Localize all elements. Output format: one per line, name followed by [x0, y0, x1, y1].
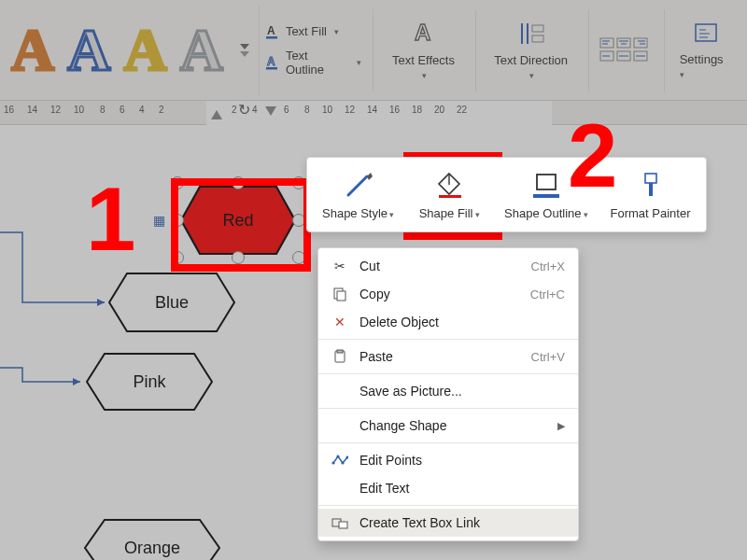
- selection-handle[interactable]: [292, 214, 305, 227]
- paste-icon: [330, 349, 350, 364]
- svg-rect-9: [600, 38, 613, 48]
- svg-rect-1: [266, 36, 277, 39]
- selection-handle[interactable]: [292, 176, 305, 189]
- text-direction-button[interactable]: Text Direction ▾: [482, 14, 583, 87]
- svg-rect-42: [337, 291, 345, 301]
- shape-red-label: Red: [222, 211, 253, 231]
- wordart-style-gray[interactable]: A: [180, 16, 223, 85]
- text-effects-icon: A: [411, 20, 437, 48]
- svg-marker-29: [73, 378, 80, 385]
- selection-handle[interactable]: [171, 214, 184, 227]
- context-menu: ✂ Cut Ctrl+X Copy Ctrl+C ✕ Delete Object…: [317, 247, 579, 541]
- ctx-create-text-box-link[interactable]: Create Text Box Link: [318, 509, 578, 537]
- align-group[interactable]: [595, 31, 658, 70]
- ctx-change-shape-label: Change Shape: [359, 418, 548, 433]
- format-painter-label: Format Painter: [611, 206, 691, 220]
- wordart-style-gold[interactable]: A: [123, 16, 166, 85]
- delete-icon: ✕: [330, 315, 350, 329]
- text-fill-label: Text Fill: [286, 24, 327, 38]
- ctx-cut[interactable]: ✂ Cut Ctrl+X: [318, 252, 578, 280]
- text-fill-icon: A: [265, 24, 280, 39]
- shape-red-hexagon[interactable]: Red ▦: [177, 183, 299, 258]
- selection-handle[interactable]: [171, 176, 184, 189]
- align-icons: [599, 36, 649, 64]
- ctx-edit-text[interactable]: Edit Text: [318, 474, 578, 502]
- ctx-paste-shortcut: Ctrl+V: [531, 350, 565, 364]
- selection-handle[interactable]: [171, 251, 184, 264]
- svg-point-45: [331, 461, 334, 464]
- selection-handle[interactable]: [232, 251, 245, 264]
- ribbon: A A A A A Text Fill▾ A Text Outline▾ A T…: [0, 0, 747, 101]
- textbox-link-icon: [330, 516, 350, 529]
- svg-rect-8: [532, 35, 543, 42]
- svg-rect-37: [537, 175, 556, 189]
- dropdown-icon: ▾: [680, 70, 684, 79]
- shape-orange-hexagon[interactable]: Orange: [82, 517, 222, 560]
- settings-button[interactable]: Settings ▾: [670, 15, 741, 86]
- wordart-gallery[interactable]: A A A A: [6, 6, 260, 95]
- layout-options-icon[interactable]: ▦: [153, 213, 165, 228]
- svg-rect-12: [617, 38, 630, 48]
- callout-number-2: 2: [568, 105, 617, 207]
- shape-fill-label: Shape Fill: [419, 206, 473, 220]
- ctx-paste-label: Paste: [359, 349, 522, 364]
- svg-rect-3: [266, 67, 277, 70]
- rotate-handle-icon[interactable]: ↻: [238, 101, 250, 119]
- svg-rect-44: [337, 350, 343, 353]
- hanging-indent-marker[interactable]: [265, 106, 276, 116]
- ctx-paste[interactable]: Paste Ctrl+V: [318, 343, 578, 371]
- shape-pink-hexagon[interactable]: Pink: [84, 351, 215, 413]
- selection-handle[interactable]: [292, 251, 305, 264]
- shape-style-button[interactable]: Shape Style▾: [315, 163, 402, 226]
- shape-blue-label: Blue: [155, 293, 189, 313]
- edit-points-icon: [330, 454, 350, 467]
- text-direction-label: Text Direction: [494, 53, 568, 67]
- wordart-style-blue[interactable]: A: [67, 16, 110, 85]
- text-effects-button[interactable]: A Text Effects ▾: [379, 14, 469, 87]
- svg-marker-28: [97, 299, 105, 306]
- text-outline-icon: A: [265, 55, 280, 70]
- wordart-style-orange[interactable]: A: [11, 16, 54, 85]
- shape-style-icon: [345, 171, 373, 199]
- ctx-create-text-box-link-label: Create Text Box Link: [359, 515, 565, 530]
- shape-blue-hexagon[interactable]: Blue: [106, 271, 237, 334]
- dropdown-icon: ▾: [357, 58, 361, 67]
- svg-text:A: A: [267, 55, 275, 68]
- horizontal-ruler[interactable]: ↻ 161412108642 24 6810121416182022: [0, 101, 747, 125]
- text-outline-button[interactable]: A Text Outline▾: [265, 49, 361, 77]
- cut-icon: ✂: [330, 259, 350, 273]
- dropdown-icon: ▾: [422, 71, 427, 80]
- shape-fill-button[interactable]: Shape Fill▾: [409, 163, 489, 226]
- svg-rect-15: [634, 38, 647, 48]
- shape-outline-icon: [530, 171, 562, 199]
- settings-icon: [693, 21, 719, 47]
- svg-rect-40: [649, 183, 653, 196]
- submenu-arrow-icon: ▶: [557, 420, 565, 432]
- ctx-change-shape[interactable]: Change Shape ▶: [318, 412, 578, 440]
- ctx-copy[interactable]: Copy Ctrl+C: [318, 280, 578, 308]
- svg-text:A: A: [267, 24, 275, 37]
- selection-handle[interactable]: [232, 176, 245, 189]
- shape-pink-label: Pink: [133, 372, 165, 392]
- ctx-edit-points[interactable]: Edit Points: [318, 446, 578, 474]
- shape-outline-label: Shape Outline: [504, 206, 581, 220]
- ctx-copy-shortcut: Ctrl+C: [530, 287, 565, 301]
- svg-point-46: [336, 455, 339, 457]
- text-fill-button[interactable]: A Text Fill▾: [265, 24, 361, 39]
- callout-number-1: 1: [86, 168, 135, 271]
- svg-rect-24: [696, 24, 716, 41]
- ctx-save-as-picture-label: Save as Picture...: [359, 384, 565, 399]
- ctx-copy-label: Copy: [359, 287, 521, 301]
- wordart-gallery-more[interactable]: [236, 44, 253, 57]
- text-direction-icon: [518, 20, 546, 48]
- svg-rect-36: [439, 195, 461, 198]
- ctx-save-as-picture[interactable]: Save as Picture...: [318, 377, 578, 405]
- svg-point-47: [341, 461, 344, 464]
- first-line-indent-marker[interactable]: [211, 110, 222, 119]
- dropdown-icon: ▾: [529, 71, 534, 80]
- shape-orange-label: Orange: [124, 539, 180, 558]
- svg-marker-35: [367, 173, 373, 180]
- ctx-delete[interactable]: ✕ Delete Object: [318, 308, 578, 336]
- ctx-edit-text-label: Edit Text: [359, 481, 565, 496]
- svg-rect-7: [532, 25, 543, 32]
